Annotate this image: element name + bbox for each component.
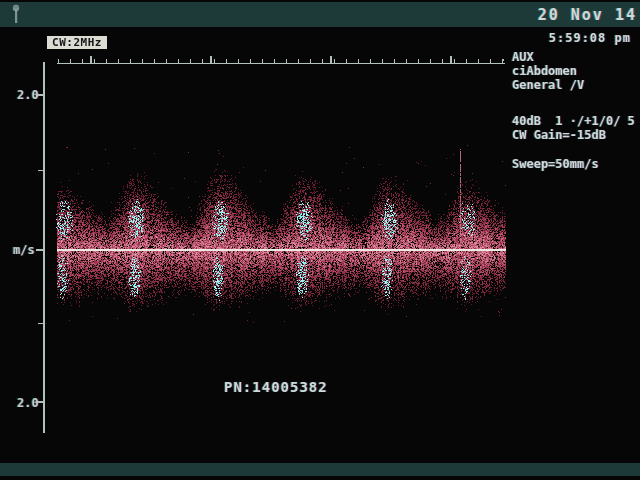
velocity-scale-units-label: m/s (13, 243, 35, 257)
cw-gain-label: CW Gain=-15dB (512, 128, 606, 142)
sweep-speed-label: Sweep=50mm/s (512, 157, 599, 171)
patient-number-label: PN:14005382 (224, 379, 328, 395)
probe-mode-label: CW:2MHz (47, 36, 107, 49)
time-display: 5:59:08 pm (549, 31, 631, 45)
preset-label: ciAbdomen (512, 64, 577, 78)
velocity-scale-bottom-label: 2.0 (17, 396, 39, 410)
probe-port-label: AUX (512, 50, 534, 64)
status-icon (9, 3, 23, 27)
footer-bar (0, 463, 640, 476)
exam-type-label: General /V (512, 78, 584, 92)
header-bar: 20 Nov 14 (0, 2, 640, 27)
velocity-scale-top-label: 2.0 (17, 88, 39, 102)
acoustic-settings-label: 40dB 1 ·/+1/0/ 5 (512, 114, 635, 128)
ultrasound-screen: 20 Nov 14 5:59:08 pm CW:2MHz AUX ciAbdom… (0, 0, 640, 480)
date-display: 20 Nov 14 (538, 6, 637, 24)
